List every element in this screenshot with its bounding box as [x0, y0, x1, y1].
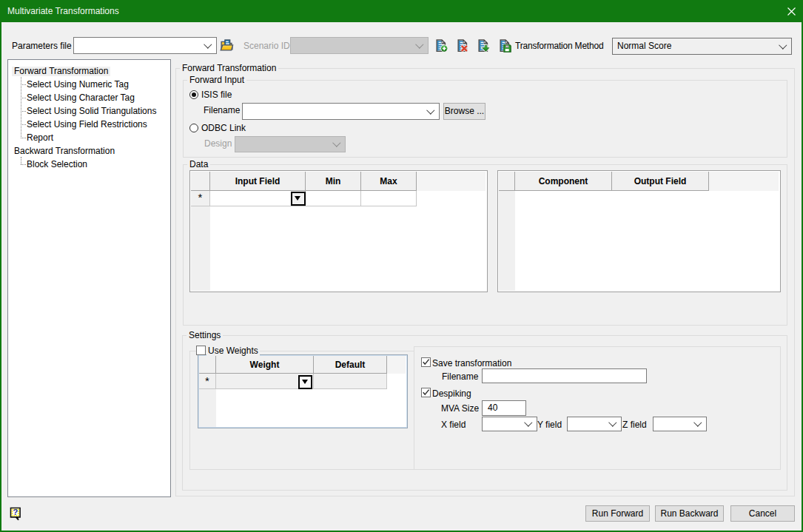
svg-text:?: ? [13, 508, 18, 516]
